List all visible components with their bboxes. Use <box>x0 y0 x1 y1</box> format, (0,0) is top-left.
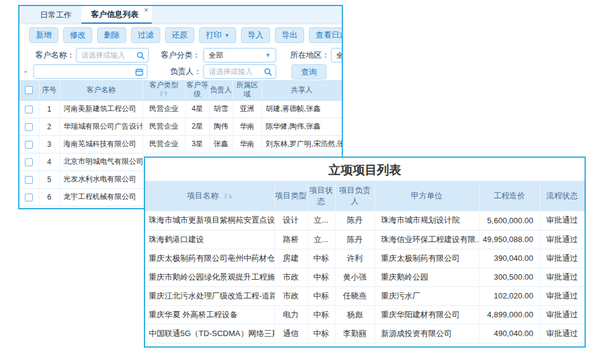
owner-link[interactable]: 张鑫 <box>209 135 232 153</box>
table-row: 重庆华夏 外高桥工程设备 电力 中标 杨彪 重庆华阳建材有限公司 4,899,0… <box>145 305 585 324</box>
project-owner-link[interactable]: 任晓燕 <box>335 286 375 305</box>
view-log-button[interactable]: 查看日志 <box>309 27 343 43</box>
search-icon[interactable] <box>137 52 144 59</box>
header-region: 所属区域 <box>232 80 262 100</box>
region-select[interactable]: 全部 <box>331 48 343 62</box>
tab-daily-work[interactable]: 日常工作 <box>30 6 81 24</box>
project-type-cell: 市政 <box>274 268 307 286</box>
row-select-cell[interactable] <box>19 135 39 153</box>
header-cost: 工程造价 <box>479 181 540 211</box>
project-name-link[interactable]: 珠海市城市更新项目紫桐苑安置点设... <box>145 211 274 230</box>
header-owner: 负责人 <box>209 80 232 100</box>
cost-cell: 49,950,088.00 <box>479 230 540 249</box>
date-field[interactable] <box>34 67 135 76</box>
header-customer-name: 客户名称 <box>59 80 143 100</box>
select-all-checkbox[interactable] <box>25 86 33 94</box>
flow-status-link[interactable]: 审批通过 <box>540 305 585 324</box>
project-owner-link[interactable]: 李勤丽 <box>335 324 375 343</box>
customer-category-select[interactable]: 全部 ▼ <box>203 48 276 62</box>
customer-name-input[interactable] <box>76 48 149 62</box>
row-select-cell[interactable] <box>19 118 39 135</box>
import-button[interactable]: 导入 <box>241 27 270 43</box>
chevron-down-icon[interactable]: ▼ <box>265 52 271 58</box>
customer-name-link[interactable]: 海南芜城科技有限公司 <box>59 135 143 153</box>
header-customer-type[interactable]: 客户类型 <box>143 80 185 100</box>
project-owner-link[interactable]: 陈丹 <box>335 211 375 230</box>
header-select-all[interactable] <box>19 80 39 100</box>
project-type-cell: 市政 <box>274 286 307 305</box>
calendar-icon[interactable] <box>135 68 143 76</box>
flow-status-link[interactable]: 审批通过 <box>540 249 585 268</box>
flow-status-link[interactable]: 审批通过 <box>540 230 585 249</box>
flow-status-link[interactable]: 审批通过 <box>540 286 585 305</box>
customer-name-link[interactable]: 华瑞城有限公司广告设计部 <box>59 118 143 135</box>
customer-name-link[interactable]: 龙宇工程机械有限公司 <box>59 188 143 206</box>
delete-button[interactable]: 删除 <box>97 27 126 43</box>
client-cell: 重庆鹅岭公园 <box>375 268 479 286</box>
row-checkbox[interactable] <box>25 176 33 184</box>
sort-ascending-icon[interactable] <box>160 90 168 99</box>
toolbar: 新增 修改 删除 过滤 还原 打印 ▼ 导入 导出 查看日志 <box>19 24 342 46</box>
row-checkbox[interactable] <box>25 194 33 201</box>
customer-name-label: 客户名称： <box>35 48 75 62</box>
close-icon[interactable]: × <box>144 7 148 13</box>
project-status-cell: 中标 <box>307 305 335 324</box>
date-input[interactable] <box>33 64 148 79</box>
row-checkbox[interactable] <box>25 141 33 149</box>
region-cell: 亚洲 <box>232 100 262 118</box>
project-name-link[interactable]: 重庆市鹅岭公园绿化景观提升工程施工 <box>145 268 274 286</box>
row-checkbox[interactable] <box>25 158 33 166</box>
project-name-link[interactable]: 重庆太极制药有限公司亳州中药材仓... <box>145 249 274 268</box>
project-name-link[interactable]: 中国联通5G（TD-SCDMA）网络三期... <box>145 324 274 343</box>
header-project-name[interactable]: 项目名称 <box>145 181 274 211</box>
restore-button[interactable]: 还原 <box>165 27 194 43</box>
project-name-link[interactable]: 重庆华夏 外高桥工程设备 <box>145 305 274 324</box>
page-title: 立项项目列表 <box>145 158 585 181</box>
project-name-link[interactable]: 珠海鹤港口建设 <box>145 230 274 249</box>
project-owner-link[interactable]: 黄小强 <box>335 268 375 286</box>
flow-status-link[interactable]: 审批通过 <box>540 211 585 230</box>
query-button[interactable]: 查询 <box>291 64 327 79</box>
owner-input[interactable] <box>203 64 276 79</box>
customer-name-link[interactable]: 光发水利水电有限公司 <box>59 170 143 188</box>
header-shared: 共享人 <box>262 80 342 100</box>
tab-customer-info-list[interactable]: 客户信息列表 × <box>81 6 152 24</box>
add-button[interactable]: 新增 <box>29 27 58 43</box>
filter-button[interactable]: 过滤 <box>131 27 160 43</box>
customer-name-field[interactable] <box>76 51 137 59</box>
export-button[interactable]: 导出 <box>275 27 304 43</box>
project-owner-link[interactable]: 杨彪 <box>335 305 375 324</box>
print-label: 打印 <box>206 30 222 41</box>
row-checkbox[interactable] <box>25 123 33 131</box>
cost-cell: 4,899,000.00 <box>479 305 540 324</box>
project-owner-link[interactable]: 陈丹 <box>335 230 375 249</box>
owner-field[interactable] <box>204 67 264 76</box>
shared-cell: 胡建,蒋德帧,张鑫 <box>262 100 342 118</box>
row-select-cell[interactable] <box>19 153 39 170</box>
project-status-cell: 中标 <box>307 324 335 343</box>
seq-cell: 5 <box>39 170 59 188</box>
row-select-cell[interactable] <box>19 170 39 188</box>
print-button[interactable]: 打印 ▼ <box>199 27 236 43</box>
project-owner-link[interactable]: 许利 <box>335 249 375 268</box>
owner-link[interactable]: 胡雪 <box>209 100 232 118</box>
owner-link[interactable]: 陶伟 <box>209 118 232 135</box>
customer-name-link[interactable]: 北京市明城电气有限公司 <box>59 153 143 170</box>
row-checkbox[interactable] <box>25 106 33 113</box>
owner-label: 负责人： <box>170 64 202 79</box>
row-select-cell[interactable] <box>19 100 39 118</box>
client-cell: 新源成投资有限公司 <box>375 324 479 343</box>
search-icon[interactable] <box>264 68 272 76</box>
tab-bar: 日常工作 客户信息列表 × <box>19 6 342 24</box>
type-cell: 民营企业 <box>143 135 185 153</box>
customer-name-link[interactable]: 河南美新建筑工程公司 <box>59 100 143 118</box>
flow-status-link[interactable]: 审批通过 <box>540 268 585 286</box>
sort-descending-icon[interactable] <box>224 191 232 202</box>
header-customer-type-label: 客户类型 <box>149 81 178 89</box>
project-status-cell: 中标 <box>307 286 335 305</box>
project-name-link[interactable]: 重庆江北污水处理厂级改造工程-道路... <box>145 286 274 305</box>
table-row: 重庆太极制药有限公司亳州中药材仓... 房建 中标 许利 重庆太极制药有限公司 … <box>145 249 585 268</box>
edit-button[interactable]: 修改 <box>63 27 92 43</box>
flow-status-link[interactable]: 审批通过 <box>540 324 585 343</box>
row-select-cell[interactable] <box>19 188 39 206</box>
